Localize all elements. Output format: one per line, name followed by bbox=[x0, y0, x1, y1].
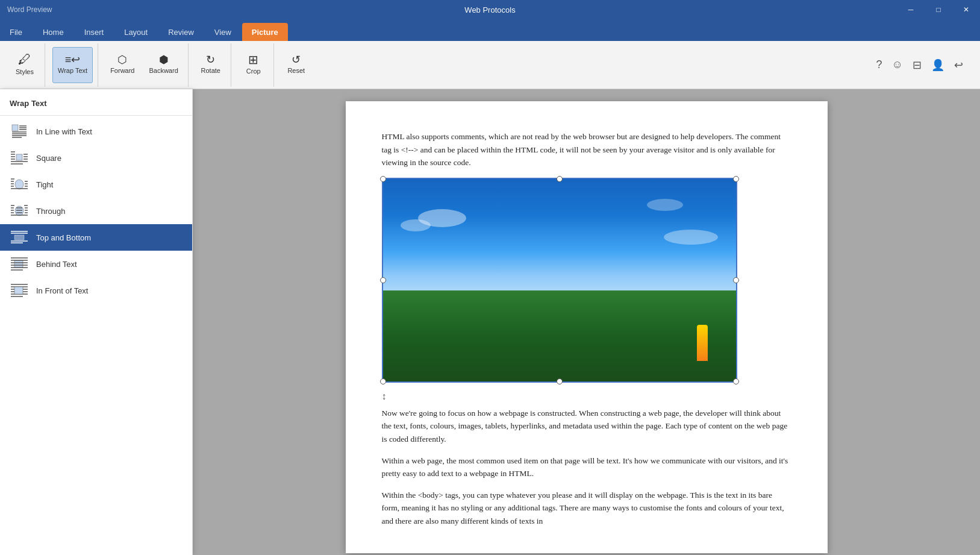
square-label: Square bbox=[36, 154, 61, 163]
undo-icon[interactable]: ↩ bbox=[952, 56, 966, 74]
crop-button[interactable]: ⊞ Crop bbox=[239, 47, 269, 83]
svg-rect-45 bbox=[14, 260, 23, 268]
document-area[interactable]: HTML also supports comments, which are n… bbox=[193, 89, 980, 555]
through-label: Through bbox=[36, 207, 65, 216]
crop-icon: ⊞ bbox=[248, 54, 258, 66]
backward-icon: ⬢ bbox=[159, 54, 169, 65]
styles-group: 🖊 Styles bbox=[5, 43, 45, 87]
yellow-element bbox=[697, 325, 708, 361]
grass-layer bbox=[383, 290, 736, 381]
top-bottom-icon bbox=[10, 229, 29, 246]
document-page: HTML also supports comments, which are n… bbox=[346, 101, 828, 553]
paragraph-4: Within the <body> tags, you can type wha… bbox=[382, 489, 791, 528]
backward-label: Backward bbox=[149, 67, 178, 75]
handle-top-right[interactable] bbox=[733, 176, 739, 182]
tab-insert[interactable]: Insert bbox=[75, 23, 114, 41]
wrap-item-inline[interactable]: In Line with Text bbox=[0, 118, 192, 145]
wrap-item-behind[interactable]: Behind Text bbox=[0, 251, 192, 277]
reset-label: Reset bbox=[287, 67, 305, 75]
reset-group: ↺ Reset bbox=[276, 43, 316, 87]
rotate-label: Rotate bbox=[201, 67, 220, 75]
anchor-icon: ↕ bbox=[382, 391, 791, 402]
inline-icon bbox=[10, 123, 29, 140]
through-icon bbox=[10, 202, 29, 219]
reset-icon: ↺ bbox=[292, 54, 301, 65]
people-icon[interactable]: 👤 bbox=[929, 56, 947, 74]
forward-button[interactable]: ⬡ Forward bbox=[105, 47, 139, 83]
svg-point-18 bbox=[15, 180, 23, 189]
crop-group: ⊞ Crop bbox=[234, 43, 274, 87]
wrap-text-label: Wrap Text bbox=[58, 67, 87, 75]
styles-button[interactable]: 🖊 Styles bbox=[10, 47, 40, 83]
minimize-button[interactable]: ─ bbox=[897, 0, 925, 19]
maximize-button[interactable]: □ bbox=[925, 0, 952, 19]
rotate-button[interactable]: ↻ Rotate bbox=[196, 47, 226, 83]
close-button[interactable]: ✕ bbox=[952, 0, 980, 19]
styles-icon: 🖊 bbox=[18, 53, 31, 66]
paragraph-3: Within a web page, the most common used … bbox=[382, 454, 791, 480]
ribbon-tabs: File Home Insert Layout Review View Pict… bbox=[0, 19, 980, 41]
paragraph-1: HTML also supports comments, which are n… bbox=[382, 130, 791, 169]
backward-button[interactable]: ⬢ Backward bbox=[144, 47, 183, 83]
wrap-item-tight[interactable]: Tight bbox=[0, 171, 192, 198]
window-controls: ─ □ ✕ bbox=[897, 0, 980, 19]
crop-label: Crop bbox=[246, 67, 261, 75]
selected-image[interactable] bbox=[382, 178, 737, 383]
main-layout: Wrap Text In Line with Text bbox=[0, 89, 980, 555]
tab-layout[interactable]: Layout bbox=[114, 23, 157, 41]
tight-icon bbox=[10, 176, 29, 193]
layout-icon[interactable]: ⊟ bbox=[910, 56, 924, 74]
wrap-item-through[interactable]: Through bbox=[0, 198, 192, 224]
tight-label: Tight bbox=[36, 180, 53, 189]
rotate-icon: ↻ bbox=[206, 54, 215, 65]
wrap-text-icon: ≡↩ bbox=[65, 54, 81, 65]
front-icon bbox=[10, 282, 29, 299]
styles-label: Styles bbox=[16, 68, 34, 76]
front-label: In Front of Text bbox=[36, 286, 88, 295]
ribbon-toolbar: 🖊 Styles ≡↩ Wrap Text ⬡ Forward ⬢ Backwa… bbox=[0, 41, 980, 89]
order-group: ⬡ Forward ⬢ Backward bbox=[101, 43, 189, 87]
smiley-icon[interactable]: ☺ bbox=[890, 56, 905, 74]
wrap-text-button[interactable]: ≡↩ Wrap Text bbox=[52, 47, 93, 83]
image-content bbox=[383, 179, 736, 381]
handle-middle-right[interactable] bbox=[733, 277, 739, 283]
tab-view[interactable]: View bbox=[205, 23, 241, 41]
inline-label: In Line with Text bbox=[36, 127, 92, 136]
square-icon bbox=[10, 149, 29, 166]
handle-bottom-left[interactable] bbox=[380, 378, 386, 384]
wrap-item-front[interactable]: In Front of Text bbox=[0, 277, 192, 304]
tab-file[interactable]: File bbox=[0, 23, 32, 41]
forward-label: Forward bbox=[110, 67, 134, 75]
svg-rect-0 bbox=[12, 125, 18, 131]
help-icon[interactable]: ? bbox=[874, 56, 885, 74]
handle-bottom-right[interactable] bbox=[733, 378, 739, 384]
behind-label: Behind Text bbox=[36, 260, 77, 269]
wrap-group: ≡↩ Wrap Text bbox=[48, 43, 98, 87]
handle-top-left[interactable] bbox=[380, 176, 386, 182]
toolbar-right: ? ☺ ⊟ 👤 ↩ bbox=[874, 56, 975, 74]
forward-icon: ⬡ bbox=[117, 54, 127, 65]
wrap-item-square[interactable]: Square bbox=[0, 145, 192, 171]
svg-rect-8 bbox=[16, 154, 22, 160]
behind-icon bbox=[10, 256, 29, 272]
handle-middle-left[interactable] bbox=[380, 277, 386, 283]
tab-review[interactable]: Review bbox=[158, 23, 204, 41]
wrap-item-top-bottom[interactable]: Top and Bottom bbox=[0, 224, 192, 251]
handle-top-center[interactable] bbox=[557, 176, 563, 182]
rotate-group: ↻ Rotate bbox=[191, 43, 231, 87]
cloud-3 bbox=[664, 230, 718, 245]
top-bottom-label: Top and Bottom bbox=[36, 233, 91, 242]
app-title: Word Preview bbox=[7, 5, 52, 14]
svg-rect-40 bbox=[14, 235, 24, 240]
tab-home[interactable]: Home bbox=[33, 23, 73, 41]
handle-bottom-center[interactable] bbox=[557, 378, 563, 384]
title-bar: Word Preview Web Protocols ─ □ ✕ bbox=[0, 0, 980, 19]
cloud-2 bbox=[401, 219, 431, 231]
svg-rect-58 bbox=[14, 287, 23, 294]
tab-picture[interactable]: Picture bbox=[242, 23, 288, 41]
wrap-panel-title: Wrap Text bbox=[0, 94, 192, 116]
reset-button[interactable]: ↺ Reset bbox=[281, 47, 311, 83]
paragraph-2: Now we're going to focus on how a webpag… bbox=[382, 407, 791, 446]
document-title: Web Protocols bbox=[464, 5, 515, 14]
wrap-text-panel: Wrap Text In Line with Text bbox=[0, 89, 193, 555]
